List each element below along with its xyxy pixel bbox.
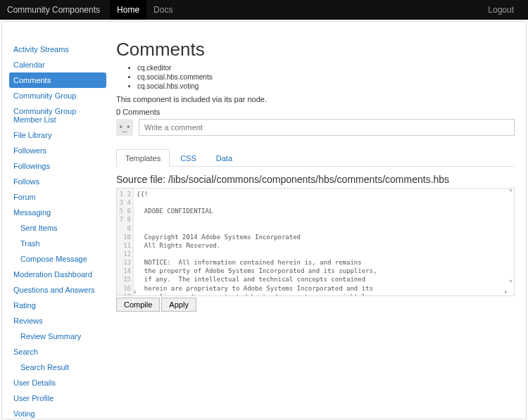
sidebar-item-moderation-dashboard[interactable]: Moderation Dashboard xyxy=(9,267,106,282)
source-file-label: Source file: /libs/social/commons/compon… xyxy=(116,174,515,185)
sidebar-item-followers[interactable]: Followers xyxy=(9,143,106,158)
scroll-left-icon[interactable]: ‹ xyxy=(134,287,137,295)
code-editor[interactable]: 1 2 3 4 5 6 7 8 9 10 11 12 13 14 15 16 1… xyxy=(116,188,515,296)
comments-count: 0 Comments xyxy=(116,108,515,116)
sidebar-item-messaging[interactable]: Messaging xyxy=(9,205,106,220)
sidebar-item-voting[interactable]: Voting xyxy=(9,406,106,420)
sidebar-item-search[interactable]: Search xyxy=(9,344,106,359)
apply-button[interactable]: Apply xyxy=(161,298,196,312)
tab-data[interactable]: Data xyxy=(207,149,241,167)
nav-home[interactable]: Home xyxy=(110,0,146,20)
sidebar-item-rating[interactable]: Rating xyxy=(9,298,106,313)
tab-css[interactable]: CSS xyxy=(171,149,206,167)
horizontal-scrollbar[interactable]: ‹ › xyxy=(134,287,507,295)
sidebar-item-user-details[interactable]: User Details xyxy=(9,375,106,390)
sidebar-item-calendar[interactable]: Calendar xyxy=(9,57,106,72)
compile-button[interactable]: Compile xyxy=(116,298,160,312)
clientlib-item: cq.ckeditor xyxy=(137,63,515,72)
sidebar-item-community-group[interactable]: Community Group xyxy=(9,88,106,103)
scroll-right-icon[interactable]: › xyxy=(504,287,507,295)
sidebar-item-compose-message[interactable]: Compose Message xyxy=(9,251,106,267)
main-content: Comments cq.ckeditorcq.social.hbs.commen… xyxy=(112,29,519,412)
write-comment-input[interactable] xyxy=(139,119,515,136)
source-file-path: /libs/social/commons/components/hbs/comm… xyxy=(168,174,449,185)
scroll-up-icon[interactable]: ˄ xyxy=(509,189,513,196)
line-gutter: 1 2 3 4 5 6 7 8 9 10 11 12 13 14 15 16 1… xyxy=(117,189,134,295)
sidebar-item-sent-items[interactable]: Sent Items xyxy=(9,220,106,236)
sidebar-item-file-library[interactable]: File Library xyxy=(9,127,106,143)
nav-docs[interactable]: Docs xyxy=(146,0,180,20)
sidebar-item-followings[interactable]: Followings xyxy=(9,158,106,174)
sidebar: Activity StreamsCalendarCommentsCommunit… xyxy=(9,29,106,412)
code-content[interactable]: {{! ADOBE CONFIDENTIAL Copyright 2014 Ad… xyxy=(117,189,514,296)
clientlibs-list: cq.ckeditorcq.social.hbs.commentscq.soci… xyxy=(137,63,515,91)
avatar: •_• xyxy=(116,119,133,136)
clientlib-item: cq.social.hbs.voting xyxy=(137,82,515,91)
tabs: Templates CSS Data xyxy=(116,148,515,167)
brand: Community Components xyxy=(7,5,100,15)
page-title: Comments xyxy=(116,39,515,61)
clientlib-item: cq.social.hbs.comments xyxy=(137,72,515,82)
sidebar-item-trash[interactable]: Trash xyxy=(9,236,106,251)
sidebar-item-reviews[interactable]: Reviews xyxy=(9,313,106,329)
sidebar-item-forum[interactable]: Forum xyxy=(9,189,106,205)
sidebar-item-follows[interactable]: Follows xyxy=(9,174,106,189)
sidebar-item-review-summary[interactable]: Review Summary xyxy=(9,329,106,344)
sidebar-item-search-result[interactable]: Search Result xyxy=(9,359,106,375)
topbar: Community Components Home Docs Logout xyxy=(0,0,528,20)
sidebar-item-comments[interactable]: Comments xyxy=(9,72,106,88)
sidebar-item-activity-streams[interactable]: Activity Streams xyxy=(9,42,106,57)
nav-logout[interactable]: Logout xyxy=(481,0,521,20)
sidebar-item-community-group-member-list[interactable]: Community Group Member List xyxy=(9,103,106,127)
scroll-down-icon[interactable]: ˅ xyxy=(509,279,513,287)
vertical-scrollbar[interactable]: ˄ ˅ xyxy=(507,189,514,287)
included-note: This component is included via its par n… xyxy=(116,95,515,103)
sidebar-item-questions-and-answers[interactable]: Questions and Answers xyxy=(9,282,106,298)
avatar-icon: •_• xyxy=(119,122,130,132)
tab-templates[interactable]: Templates xyxy=(116,149,170,167)
sidebar-item-user-profile[interactable]: User Profile xyxy=(9,390,106,406)
